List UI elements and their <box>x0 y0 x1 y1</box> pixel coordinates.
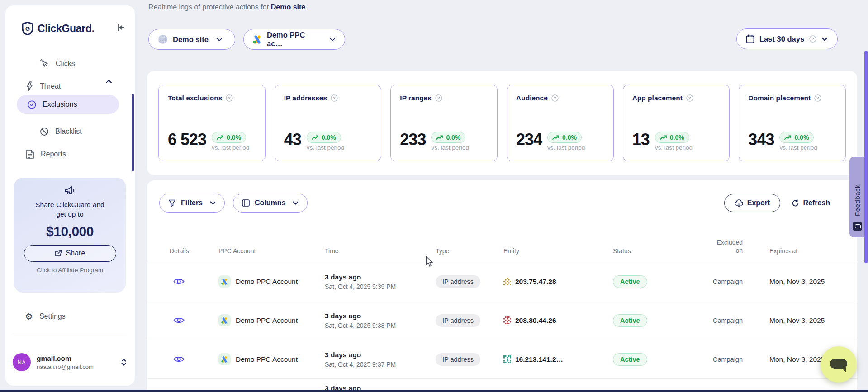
identicon <box>503 278 511 285</box>
trending-up-icon <box>217 135 224 140</box>
help-icon[interactable]: ? <box>809 35 816 43</box>
google-ads-icon <box>218 314 231 326</box>
trending-up-icon <box>552 135 560 140</box>
globe-icon <box>158 34 168 44</box>
chevron-down-icon <box>293 201 299 205</box>
sidebar-item-threat[interactable]: Threat <box>26 81 61 91</box>
select-up-down-icon <box>121 358 127 366</box>
chevron-down-icon <box>210 201 216 205</box>
chevron-down-icon <box>329 38 336 42</box>
stat-card-ip-addresses: IP addresses ? 43 0.0% vs. last period <box>275 85 382 161</box>
sidebar-item-reports[interactable]: Reports <box>26 149 66 159</box>
affiliate-promo-card[interactable]: Share ClickGuard and get up to $10,000 S… <box>14 178 126 293</box>
svg-text:?: ? <box>811 36 814 41</box>
col-header-expires-at[interactable]: Expires at <box>743 247 857 255</box>
details-eye-icon[interactable] <box>170 278 218 285</box>
excluded-on-cell: Campaign <box>681 317 743 324</box>
date-range-selector[interactable]: Last 30 days ? <box>736 28 838 49</box>
gear-icon: ⚙ <box>25 312 33 321</box>
sidebar: G ClickGuard. Clicks Threat Exclusions B… <box>5 5 135 386</box>
sidebar-collapse-icon[interactable] <box>117 24 125 32</box>
svg-text:?: ? <box>816 95 819 100</box>
active-site-name: Demo site <box>271 3 305 11</box>
help-icon[interactable]: ? <box>226 94 233 102</box>
feedback-tab[interactable]: Feedback <box>849 157 865 237</box>
stat-title: IP ranges <box>400 94 432 102</box>
ppc-account-selector[interactable]: Demo PPC ac… <box>243 29 345 50</box>
sidebar-item-label: Clicks <box>56 60 75 68</box>
lightning-icon <box>26 81 33 91</box>
promo-text: Share ClickGuard and get up to <box>14 200 126 219</box>
stat-period: vs. last period <box>779 144 817 151</box>
stat-period: vs. last period <box>307 144 344 151</box>
stat-value: 13 <box>632 132 650 147</box>
sidebar-item-blacklist[interactable]: Blacklist <box>40 127 82 136</box>
table-row: Demo PPC Account 3 days ago Sat, Oct 4, … <box>147 262 857 301</box>
columns-icon <box>242 199 250 207</box>
page-scrollbar[interactable] <box>864 51 868 263</box>
svg-text:?: ? <box>554 95 556 100</box>
trending-up-icon <box>660 135 667 140</box>
stat-value: 234 <box>516 132 542 147</box>
help-icon[interactable]: ? <box>435 94 442 102</box>
affiliate-link[interactable]: Click to Affiliate Program <box>14 267 126 274</box>
col-header-excluded-on[interactable]: Excluded on <box>681 239 743 255</box>
brand-logo[interactable]: G ClickGuard. <box>22 22 95 35</box>
col-header-status[interactable]: Status <box>613 247 681 255</box>
status-badge: Active <box>613 353 647 366</box>
filters-button[interactable]: Filters <box>159 194 225 213</box>
chevron-down-icon <box>216 38 223 42</box>
help-icon[interactable]: ? <box>814 94 821 102</box>
trending-up-icon <box>436 135 443 140</box>
stats-panel: Total exclusions ? 6 523 0.0% vs. last p… <box>147 71 857 175</box>
sidebar-item-clicks[interactable]: Clicks <box>40 59 75 68</box>
chat-launcher-button[interactable] <box>821 346 857 383</box>
sidebar-item-label: Blacklist <box>55 128 82 136</box>
help-icon[interactable]: ? <box>686 94 693 102</box>
account-switcher[interactable]: NA gmail.com naatali.ro@gmail.com <box>13 353 127 371</box>
details-eye-icon[interactable] <box>170 355 218 363</box>
funnel-icon <box>168 199 176 207</box>
shield-logo-icon: G <box>22 22 33 35</box>
refresh-icon <box>792 199 799 207</box>
share-button[interactable]: Share <box>24 245 116 262</box>
status-badge: Active <box>613 275 647 288</box>
chevron-up-icon[interactable] <box>105 79 112 84</box>
sidebar-item-settings[interactable]: ⚙ Settings <box>25 312 66 321</box>
table-row: Demo PPC Account 3 days ago Sat, Oct 4, … <box>147 301 857 340</box>
site-selector-label: Demo site <box>173 35 209 44</box>
stat-period: vs. last period <box>655 144 693 151</box>
col-header-time[interactable]: Time <box>325 247 436 255</box>
help-icon[interactable]: ? <box>331 94 338 102</box>
sidebar-item-exclusions[interactable]: Exclusions <box>17 95 119 114</box>
entity-cell: 16.213.141.2… <box>503 355 613 364</box>
help-icon[interactable]: ? <box>551 94 559 102</box>
trend-badge: 0.0% <box>307 132 341 143</box>
site-selector[interactable]: Demo site <box>148 29 235 50</box>
columns-button[interactable]: Columns <box>233 194 308 213</box>
feedback-tab-label: Feedback <box>854 184 861 216</box>
refresh-button[interactable]: Refresh <box>792 199 830 207</box>
trend-badge: 0.0% <box>212 132 246 143</box>
stat-card-ip-ranges: IP ranges ? 233 0.0% vs. last period <box>390 85 498 161</box>
details-eye-icon[interactable] <box>170 316 218 324</box>
sidebar-item-label: Reports <box>41 150 66 158</box>
status-cell: Active <box>613 275 681 288</box>
trend-badge: 0.0% <box>655 132 689 143</box>
table-header-row: Details PPC Account Time Type Entity Sta… <box>147 213 857 262</box>
sidebar-item-label: Exclusions <box>43 100 77 109</box>
sidebar-scrollbar[interactable] <box>132 94 134 171</box>
col-header-ppc-account[interactable]: PPC Account <box>218 247 325 255</box>
stat-value: 6 523 <box>168 132 206 147</box>
stat-period: vs. last period <box>431 144 469 151</box>
col-header-entity[interactable]: Entity <box>503 247 613 255</box>
col-header-type[interactable]: Type <box>436 247 503 255</box>
stat-title: IP addresses <box>284 94 327 102</box>
export-button[interactable]: Export <box>724 194 781 212</box>
col-header-details[interactable]: Details <box>170 247 218 255</box>
stat-card-audience: Audience ? 234 0.0% vs. last period <box>507 85 614 161</box>
calendar-icon <box>746 34 754 43</box>
excluded-on-cell: Campaign <box>681 278 743 285</box>
stat-card-app-placement: App placement ? 13 0.0% vs. last period <box>623 85 730 161</box>
account-email: naatali.ro@gmail.com <box>37 364 121 370</box>
